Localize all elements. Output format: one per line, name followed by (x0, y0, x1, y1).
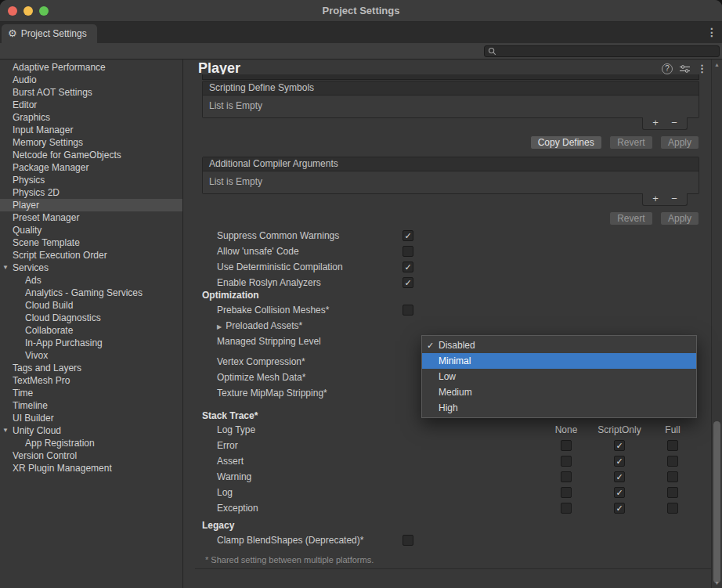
sidebar-item-ui-builder[interactable]: UI Builder (0, 412, 182, 424)
checkbox[interactable] (667, 456, 678, 467)
checkbox[interactable]: ✓ (403, 230, 413, 241)
checkbox[interactable] (667, 471, 678, 482)
checkbox[interactable] (561, 456, 572, 467)
checkbox[interactable]: ✓ (403, 262, 413, 272)
scrollbar-thumb[interactable] (713, 421, 720, 583)
checkbox[interactable] (667, 487, 678, 498)
sidebar-item-script-execution-order[interactable]: Script Execution Order (0, 249, 182, 262)
revert-button[interactable]: Revert (609, 135, 652, 150)
stack-trace-row: Warning✓ (202, 469, 699, 485)
checkbox[interactable] (403, 535, 413, 546)
stack-trace-cell (646, 471, 699, 482)
help-icon[interactable]: ? (662, 63, 673, 74)
dropdown-option-medium[interactable]: Medium (422, 384, 696, 400)
stack-trace-section-header: Stack Trace* (202, 410, 258, 421)
foldout-arrow-icon[interactable]: ▶ (217, 323, 222, 330)
sidebar-item-input-manager[interactable]: Input Manager (0, 124, 182, 136)
checkbox[interactable] (561, 503, 572, 514)
sidebar-item-adaptive-performance[interactable]: Adaptive Performance (0, 61, 182, 74)
sidebar-item-time[interactable]: Time (0, 387, 182, 399)
checkbox[interactable] (561, 487, 572, 498)
setting-label: Enable Roslyn Analyzers (202, 277, 403, 288)
checkbox[interactable]: ✓ (614, 487, 625, 498)
copy-defines-button[interactable]: Copy Defines (530, 135, 602, 150)
sidebar-item-tags-and-layers[interactable]: Tags and Layers (0, 362, 182, 374)
add-button[interactable]: + (649, 193, 662, 205)
preset-sliders-icon[interactable] (680, 64, 690, 74)
scroll-down-arrow-icon[interactable]: ▼ (712, 580, 722, 586)
sidebar-item-label: UI Builder (13, 413, 54, 424)
project-settings-window: Project Settings ⚙ Project Settings ⋮ Ad… (0, 0, 722, 588)
remove-button[interactable]: − (668, 117, 680, 129)
apply-button[interactable]: Apply (660, 135, 699, 150)
sidebar-item-physics-2d[interactable]: Physics 2D (0, 186, 182, 199)
sidebar-item-version-control[interactable]: Version Control (0, 449, 182, 462)
sidebar-item-vivox[interactable]: Vivox (0, 349, 182, 362)
add-button[interactable]: + (649, 117, 662, 129)
scroll-up-arrow-icon[interactable]: ▲ (712, 62, 722, 67)
sidebar-item-editor[interactable]: Editor (0, 99, 182, 111)
sidebar-item-preset-manager[interactable]: Preset Manager (0, 211, 182, 224)
sidebar-item-in-app-purchasing[interactable]: In-App Purchasing (0, 337, 182, 349)
checkbox[interactable] (561, 440, 572, 451)
checkbox[interactable] (403, 305, 413, 316)
optimization-section-header: Optimization (202, 290, 259, 301)
checkbox[interactable]: ✓ (614, 456, 625, 467)
search-input[interactable] (500, 47, 716, 56)
checkbox[interactable]: ✓ (614, 471, 625, 482)
sidebar-item-cloud-diagnostics[interactable]: Cloud Diagnostics (0, 312, 182, 324)
sidebar-item-textmesh-pro[interactable]: TextMesh Pro (0, 374, 182, 387)
setting-label: Suppress Common Warnings (202, 230, 403, 241)
setting-row: Enable Roslyn Analyzers✓ (202, 275, 699, 290)
remove-button[interactable]: − (668, 193, 680, 205)
foldout-arrow-icon[interactable]: ▼ (2, 262, 9, 274)
log-type-row-label: Exception (202, 503, 540, 514)
sidebar-item-netcode-for-gameobjects[interactable]: Netcode for GameObjects (0, 149, 182, 161)
vertical-scrollbar[interactable]: ▲ ▼ (711, 60, 722, 588)
stack-trace-cell: ✓ (593, 487, 646, 498)
titlebar[interactable]: Project Settings (0, 0, 722, 22)
checkbox[interactable] (667, 440, 678, 451)
sidebar-item-scene-template[interactable]: Scene Template (0, 236, 182, 249)
checkbox[interactable] (403, 246, 413, 257)
checkbox[interactable]: ✓ (403, 277, 413, 288)
checkbox[interactable] (561, 471, 572, 482)
panel-header-icons: ? ⋮ (662, 63, 707, 74)
setting-row: Clamp BlendShapes (Deprecated)* (202, 532, 699, 548)
foldout-arrow-icon[interactable]: ▼ (2, 424, 9, 437)
sidebar-item-app-registration[interactable]: App Registration (0, 437, 182, 449)
dropdown-option-disabled[interactable]: ✓Disabled (422, 337, 696, 353)
dropdown-option-high[interactable]: High (422, 400, 696, 416)
sidebar-item-analytics-gaming-services[interactable]: Analytics - Gaming Services (0, 287, 182, 299)
sidebar-item-collaborate[interactable]: Collaborate (0, 324, 182, 337)
sidebar-item-timeline[interactable]: Timeline (0, 399, 182, 412)
checkbox[interactable]: ✓ (614, 440, 625, 451)
player-settings-panel: Player ? ⋮ Scripting Define Symbols List… (184, 60, 711, 588)
revert-button[interactable]: Revert (609, 211, 652, 225)
sidebar-item-memory-settings[interactable]: Memory Settings (0, 136, 182, 149)
sidebar-item-label: TextMesh Pro (13, 375, 70, 386)
search-field[interactable] (484, 45, 720, 57)
dropdown-option-minimal[interactable]: Minimal (422, 353, 696, 369)
dropdown-option-low[interactable]: Low (422, 369, 696, 384)
sidebar-item-quality[interactable]: Quality (0, 224, 182, 236)
sidebar-item-cloud-build[interactable]: Cloud Build (0, 299, 182, 312)
apply-button[interactable]: Apply (660, 211, 699, 225)
kebab-menu-icon[interactable]: ⋮ (706, 26, 717, 38)
panel-kebab-menu-icon[interactable]: ⋮ (697, 63, 707, 74)
sidebar-item-player[interactable]: Player (0, 199, 182, 211)
sidebar-item-xr-plugin-management[interactable]: XR Plugin Management (0, 462, 182, 474)
sidebar-item-unity-cloud[interactable]: ▼Unity Cloud (0, 424, 182, 437)
checkbox[interactable]: ✓ (614, 503, 625, 514)
define-symbols-actions: Copy Defines Revert Apply (202, 135, 699, 150)
sidebar-item-burst-aot-settings[interactable]: Burst AOT Settings (0, 86, 182, 99)
sidebar-item-audio[interactable]: Audio (0, 74, 182, 86)
checkbox[interactable] (667, 503, 678, 514)
sidebar-item-services[interactable]: ▼Services (0, 262, 182, 274)
tab-project-settings[interactable]: ⚙ Project Settings (2, 24, 97, 43)
sidebar-item-physics[interactable]: Physics (0, 174, 182, 186)
sidebar-item-package-manager[interactable]: Package Manager (0, 161, 182, 174)
sidebar-item-ads[interactable]: Ads (0, 274, 182, 287)
stack-trace-cell (540, 503, 593, 514)
sidebar-item-graphics[interactable]: Graphics (0, 111, 182, 124)
